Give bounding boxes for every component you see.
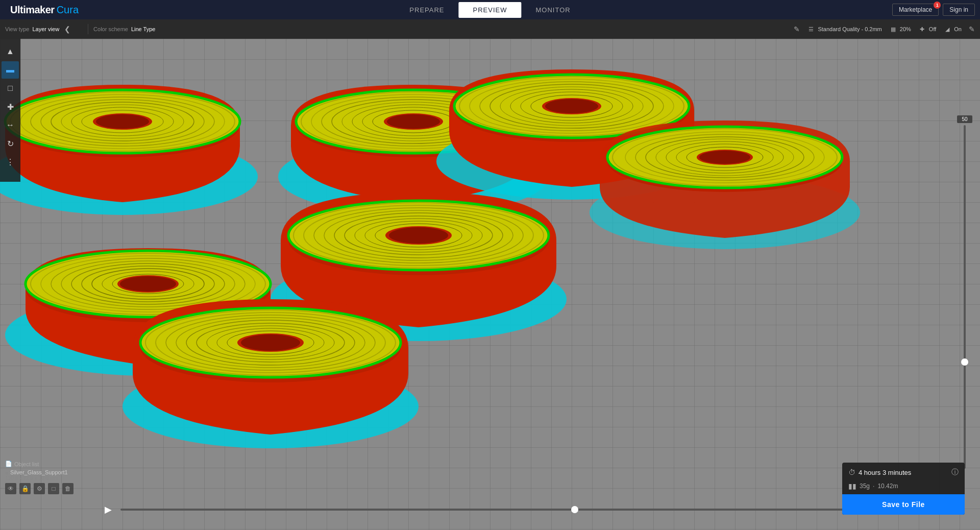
- tool-rotate[interactable]: ↻: [2, 135, 19, 152]
- object-list-title: 📄 Object list: [5, 461, 74, 467]
- tool-solid-view[interactable]: ▲: [2, 43, 19, 60]
- app-logo: Ultimaker Cura: [0, 4, 89, 16]
- material-icon: ▮▮: [848, 482, 856, 490]
- svg-point-101: [699, 151, 750, 164]
- print-time: ⏱ 4 hours 3 minutes: [848, 468, 911, 476]
- quality-icon: ☰: [807, 25, 815, 33]
- svg-point-43: [387, 114, 440, 129]
- tool-x-ray[interactable]: □: [2, 80, 19, 97]
- edit-button[interactable]: ✎: [794, 25, 800, 33]
- object-list-item[interactable]: ■ Silver_Glass_Support1: [5, 469, 74, 475]
- nav-right: Marketplace 1 Sign in: [892, 4, 980, 16]
- print-info-button[interactable]: ⓘ: [951, 468, 959, 477]
- toolbar-collapse-button[interactable]: ❮: [62, 25, 72, 33]
- object-lock-button[interactable]: 🔒: [19, 483, 31, 494]
- left-tools-panel: ▲ ▬ □ ✚ ↔ ↻ ⋮: [0, 39, 20, 182]
- color-scheme-value: Line Type: [131, 26, 156, 32]
- marketplace-button[interactable]: Marketplace 1: [892, 4, 939, 16]
- svg-point-87: [241, 334, 300, 351]
- tool-layer-view[interactable]: ▬: [2, 61, 19, 79]
- tab-prepare[interactable]: PREPARE: [395, 2, 458, 18]
- object-delete-button[interactable]: 🗑: [62, 483, 74, 494]
- toolbar: View type Layer view ❮ Color scheme Line…: [0, 19, 980, 39]
- material-weight: 35g: [860, 483, 870, 490]
- material-separator: ·: [873, 483, 874, 490]
- color-scheme-label: Color scheme: [93, 26, 128, 32]
- object-actions: 👁 🔒 ⚙ □ 🗑: [5, 483, 74, 494]
- object-list-panel: 📄 Object list ■ Silver_Glass_Support1 11…: [5, 461, 74, 494]
- quality-selector[interactable]: ☰ Standard Quality - 0.2mm: [807, 25, 881, 33]
- toolbar-right: ✎ ☰ Standard Quality - 0.2mm ▦ 20% ✚ Off…: [794, 25, 975, 33]
- view-type-label: View type: [5, 26, 30, 32]
- logo-cura: Cura: [57, 4, 79, 16]
- 3d-viewport[interactable]: [0, 39, 980, 530]
- timeline-thumb[interactable]: [571, 506, 578, 513]
- tool-mirror[interactable]: ⋮: [2, 153, 19, 171]
- object-dimensions: 110.8 x 72.6 x 10.0 mm: [5, 475, 74, 481]
- tool-scale[interactable]: ↔: [2, 116, 19, 134]
- object-visibility-button[interactable]: 👁: [5, 483, 16, 494]
- layer-slider-thumb[interactable]: [961, 358, 968, 366]
- print-info-panel: ⏱ 4 hours 3 minutes ⓘ ▮▮ 35g · 10.42m Sa…: [842, 463, 965, 515]
- object-list-icon: 📄: [5, 461, 12, 467]
- object-name: Silver_Glass_Support1: [10, 469, 68, 475]
- adhesion-icon: ◢: [943, 25, 951, 33]
- svg-point-57: [545, 99, 598, 113]
- material-length: 10.42m: [877, 483, 898, 490]
- print-info-header: ⏱ 4 hours 3 minutes ⓘ: [842, 463, 965, 482]
- clock-icon: ⏱: [848, 468, 855, 476]
- play-button[interactable]: ▶: [102, 503, 114, 516]
- svg-point-72: [389, 227, 448, 244]
- object-item-icon: ■: [5, 470, 8, 475]
- tab-preview[interactable]: PREVIEW: [459, 2, 522, 18]
- view-type-selector[interactable]: Layer view: [33, 26, 60, 32]
- object-settings-button[interactable]: ⚙: [34, 483, 45, 494]
- support-toggle[interactable]: ✚ Off: [918, 25, 936, 33]
- timeline-bar: ▶: [102, 504, 878, 515]
- top-navigation: Ultimaker Cura PREPARE PREVIEW MONITOR M…: [0, 0, 980, 19]
- timeline-track[interactable]: [120, 509, 878, 511]
- logo-ultimaker: Ultimaker: [10, 4, 55, 16]
- support-icon: ✚: [918, 25, 926, 33]
- save-to-file-button[interactable]: Save to File: [842, 494, 965, 515]
- color-scheme-group: Color scheme Line Type: [93, 26, 155, 32]
- layer-slider-container: 50: [960, 115, 970, 469]
- layer-slider-track[interactable]: [964, 125, 966, 469]
- print-material-info: ▮▮ 35g · 10.42m: [842, 482, 965, 494]
- sign-in-button[interactable]: Sign in: [943, 4, 975, 16]
- main-viewport-area: ▲ ▬ □ ✚ ↔ ↻ ⋮ 50 ▶ 📄 Object list ■ Silve…: [0, 39, 980, 530]
- view-type-group: View type Layer view ❮: [5, 25, 72, 33]
- edit-right-button[interactable]: ✎: [969, 25, 975, 33]
- tab-monitor[interactable]: MONITOR: [521, 2, 584, 18]
- svg-point-15: [120, 276, 176, 292]
- adhesion-toggle[interactable]: ◢ On: [943, 25, 962, 33]
- svg-point-29: [96, 114, 149, 129]
- nav-tabs: PREPARE PREVIEW MONITOR: [395, 2, 584, 18]
- infill-icon: ▦: [889, 25, 897, 33]
- object-duplicate-button[interactable]: □: [48, 483, 59, 494]
- tool-move[interactable]: ✚: [2, 98, 19, 115]
- notification-badge: 1: [934, 2, 941, 9]
- layer-badge: 50: [957, 115, 972, 123]
- infill-selector[interactable]: ▦ 20%: [889, 25, 911, 33]
